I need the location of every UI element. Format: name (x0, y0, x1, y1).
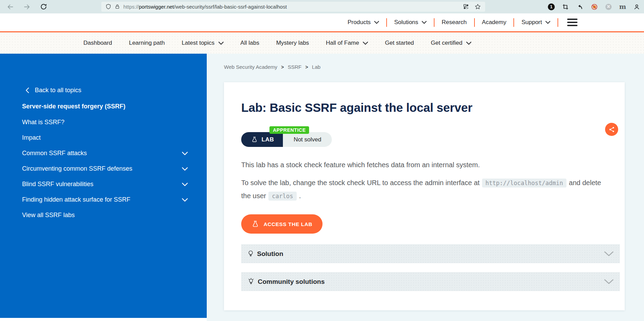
instructions-text: . (299, 192, 301, 200)
sidebar-item-label: Blind SSRF vulnerabilities (22, 181, 93, 188)
instructions-text: To solve the lab, change the stock check… (241, 179, 480, 186)
nav-item-support[interactable]: Support (514, 19, 558, 26)
back-arrow-icon (6, 3, 14, 10)
back-link-label: Back to all topics (35, 87, 81, 94)
menu-icon[interactable] (567, 19, 577, 26)
url-domain: portswigger.net (139, 4, 174, 10)
primary-nav: Products Solutions Research Academy Supp… (0, 13, 644, 32)
sidebar-item-label: What is SSRF? (22, 119, 64, 126)
lab-description: This lab has a stock check feature which… (241, 161, 620, 169)
shield-icon[interactable] (105, 3, 111, 10)
nav-item-label: Get started (385, 40, 414, 46)
browser-toolbar: https://portswigger.net/web-security/ssr… (0, 0, 644, 13)
chevron-down-icon (374, 21, 379, 24)
chevron-down-icon (218, 42, 224, 45)
lab-badges: APPRENTICE LAB Not solved (241, 132, 332, 147)
status-badge: Not solved (283, 132, 332, 147)
share-icon (609, 126, 615, 133)
bookmark-star-icon[interactable] (474, 3, 481, 10)
blocked-extension-icon[interactable] (591, 3, 598, 10)
academy-nav-get-certified[interactable]: Get certified (431, 40, 471, 46)
share-button[interactable] (605, 123, 618, 136)
academy-nav-all-labs[interactable]: All labs (241, 40, 259, 46)
sidebar-item-common-ssrf-attacks[interactable]: Common SSRF attacks (22, 150, 188, 157)
undo-arrow-extension-icon[interactable] (576, 4, 583, 10)
sidebar-item-what-is-ssrf[interactable]: What is SSRF? (22, 119, 188, 126)
chevron-down-icon[interactable] (182, 183, 188, 186)
academy-nav: Dashboard Learning path Latest topics Al… (0, 32, 644, 54)
sidebar-item-impact[interactable]: Impact (22, 135, 188, 141)
browser-reload-button[interactable] (40, 3, 47, 10)
academy-nav-get-started[interactable]: Get started (385, 40, 414, 46)
reload-icon (40, 3, 47, 10)
browser-back-button[interactable] (6, 3, 14, 10)
chevron-down-icon[interactable] (182, 167, 188, 171)
extension-badge-icon[interactable]: 1 (548, 3, 555, 10)
crop-extension-icon[interactable] (562, 4, 569, 10)
url-path: /web-security/ssrf/lab-basic-ssrf-agains… (174, 4, 287, 10)
nav-item-label: Research (442, 19, 467, 26)
academy-nav-hall-of-fame[interactable]: Hall of Fame (326, 40, 368, 46)
chevron-down-icon (363, 42, 368, 45)
url-bar[interactable]: https://portswigger.net/web-security/ssr… (101, 2, 485, 12)
sidebar-item-hidden-attack-surface[interactable]: Finding hidden attack surface for SSRF (22, 196, 188, 203)
sidebar-item-circumventing-defenses[interactable]: Circumventing common SSRF defenses (22, 165, 188, 172)
academy-nav-mystery-labs[interactable]: Mystery labs (276, 40, 309, 46)
solution-section-toggle[interactable]: Solution (241, 244, 620, 263)
nav-item-label: Solutions (394, 19, 418, 26)
academy-nav-latest-topics[interactable]: Latest topics (182, 40, 223, 46)
forward-arrow-icon (23, 3, 31, 10)
lab-card: Lab: Basic SSRF against the local server… (224, 82, 625, 310)
academy-nav-learning-path[interactable]: Learning path (129, 40, 165, 46)
browser-forward-button[interactable] (23, 3, 31, 10)
nav-item-label: Dashboard (83, 40, 112, 46)
section-label: Solution (257, 250, 283, 258)
inline-code-url: http://localhost/admin (482, 179, 566, 188)
page-title: Lab: Basic SSRF against the local server (241, 100, 620, 115)
breadcrumb-separator: > (281, 64, 284, 70)
chevron-left-icon (25, 87, 29, 93)
breadcrumb-ssrf[interactable]: SSRF (288, 64, 301, 70)
lab-badge-label: LAB (262, 136, 274, 143)
back-to-all-topics-link[interactable]: Back to all topics (22, 87, 188, 94)
sidebar-item-label: Circumventing common SSRF defenses (22, 165, 132, 172)
sidebar-item-label: Impact (22, 134, 41, 141)
breadcrumb: Web Security Academy > SSRF > Lab (224, 64, 644, 70)
nav-item-label: Hall of Fame (326, 40, 359, 46)
sidebar-item-view-all-ssrf-labs[interactable]: View all SSRF labs (22, 212, 188, 218)
url-text[interactable]: https://portswigger.net/web-security/ssr… (123, 4, 463, 10)
lock-icon[interactable] (115, 4, 120, 10)
chevron-down-icon (604, 279, 614, 284)
topic-sidebar: Back to all topics Server-side request f… (0, 54, 207, 318)
nav-item-label: Academy (482, 19, 507, 26)
flask-icon (251, 136, 258, 143)
nav-item-research[interactable]: Research (435, 19, 474, 26)
nav-item-products[interactable]: Products (340, 19, 386, 26)
nav-item-label: Learning path (129, 40, 165, 46)
chevron-down-icon (466, 42, 471, 45)
breadcrumb-separator: > (305, 64, 308, 70)
chevron-down-icon (545, 21, 550, 24)
chevron-down-icon[interactable] (182, 198, 188, 202)
access-the-lab-button[interactable]: ACCESS THE LAB (241, 214, 323, 234)
academy-nav-dashboard[interactable]: Dashboard (83, 40, 112, 46)
access-button-label: ACCESS THE LAB (264, 221, 312, 227)
nav-item-solutions[interactable]: Solutions (387, 19, 434, 26)
nav-item-academy[interactable]: Academy (475, 19, 514, 26)
qr-scan-icon[interactable] (463, 4, 469, 10)
nav-item-label: All labs (241, 40, 259, 46)
command-extension-icon[interactable]: ⌘ (605, 4, 612, 10)
community-solutions-section-toggle[interactable]: Community solutions (241, 272, 620, 291)
nav-item-label: Latest topics (182, 40, 214, 46)
nav-separator (558, 18, 558, 27)
lab-instructions: To solve the lab, change the stock check… (241, 176, 603, 203)
breadcrumb-web-security-academy[interactable]: Web Security Academy (224, 64, 277, 70)
sidebar-item-blind-ssrf[interactable]: Blind SSRF vulnerabilities (22, 181, 188, 188)
lightbulb-icon (248, 250, 254, 258)
chevron-down-icon[interactable] (182, 152, 188, 155)
m-extension-icon[interactable]: m (619, 3, 626, 10)
sidebar-topic-title[interactable]: Server-side request forgery (SSRF) (22, 103, 188, 110)
profile-icon[interactable] (634, 4, 640, 10)
sidebar-item-label: View all SSRF labs (22, 212, 75, 218)
lightbulb-rays-icon (248, 278, 254, 286)
